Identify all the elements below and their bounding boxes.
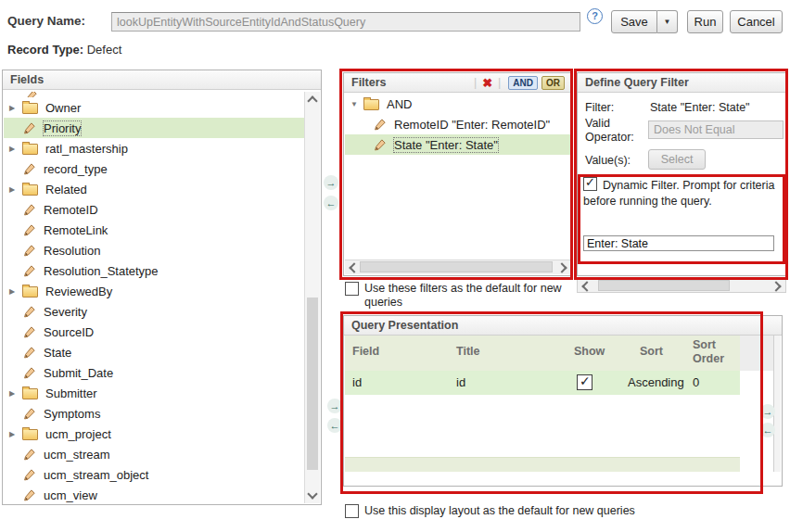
collapse-icon[interactable]: ▼: [350, 100, 363, 108]
query-name-input[interactable]: [111, 12, 580, 32]
add-display-field-arrow-icon[interactable]: →: [327, 399, 342, 413]
dynamic-filter-checkbox[interactable]: [583, 177, 597, 191]
scroll-right-icon[interactable]: [556, 262, 567, 272]
qp-show-checkbox[interactable]: [577, 374, 592, 390]
scroll-down-icon[interactable]: [307, 488, 317, 499]
qp-default-checkbox[interactable]: [345, 504, 359, 518]
expand-icon[interactable]: ▶: [9, 430, 22, 438]
or-button[interactable]: OR: [542, 76, 565, 90]
fields-item-RemoteID[interactable]: RemoteID: [4, 199, 305, 220]
fields-item-ucm_stream_object[interactable]: ucm_stream_object: [4, 464, 305, 485]
scrollbar-thumb[interactable]: [360, 261, 553, 272]
fields-item-Owner[interactable]: ▶Owner: [4, 97, 305, 118]
qp-right-arrow-icon[interactable]: →: [760, 404, 775, 419]
field-label: Symptoms: [44, 407, 100, 421]
fields-item-Resolution[interactable]: Resolution: [4, 240, 305, 260]
fields-item-Symptoms[interactable]: Symptoms: [4, 403, 305, 424]
run-button[interactable]: Run: [687, 10, 723, 33]
filters-horizontal-scrollbar[interactable]: [345, 260, 571, 274]
query-editor-window: Query Name: ? Save ▼ Run Cancel Record T…: [0, 0, 790, 532]
field-label: Owner: [45, 101, 81, 115]
filters-tree-children: RemoteID "Enter: RemoteID"State "Enter: …: [345, 114, 571, 155]
fields-item-SourceID[interactable]: SourceID: [4, 322, 305, 342]
filters-panel-header: Filters | ✖ | AND OR: [344, 73, 572, 93]
field-label: SourceID: [44, 325, 94, 339]
save-button[interactable]: Save: [611, 10, 657, 33]
expand-icon[interactable]: ▶: [9, 287, 22, 296]
field-label: Severity: [44, 305, 87, 319]
field-label: State: [44, 346, 71, 360]
expand-icon[interactable]: ▶: [9, 389, 22, 398]
fields-item-Related[interactable]: ▶Related: [4, 179, 305, 199]
separator: |: [498, 76, 501, 89]
fields-item-ucm_project[interactable]: ▶ucm_project: [4, 424, 305, 444]
valid-operator-label: Valid Operator:: [585, 117, 643, 145]
scrollbar-thumb[interactable]: [307, 298, 318, 470]
valid-operator-field[interactable]: [648, 120, 784, 139]
pencil-icon: [373, 138, 387, 152]
qp-side-track[interactable]: [773, 336, 781, 472]
folder-icon: [22, 429, 38, 440]
remove-filter-arrow-icon[interactable]: ←: [324, 196, 338, 210]
pencil-icon: [22, 223, 36, 237]
fields-item-RemoteLink[interactable]: RemoteLink: [4, 220, 305, 240]
filter-label: Filter:: [585, 101, 614, 114]
field-label: ucm_project: [45, 427, 111, 441]
fields-item-ucm_stream[interactable]: ucm_stream: [4, 444, 305, 464]
qp-table-row[interactable]: ididAscending0: [345, 371, 740, 395]
field-label: Resolution_Statetype: [44, 264, 159, 278]
scroll-right-icon[interactable]: [771, 281, 781, 291]
delete-filter-icon[interactable]: ✖: [482, 76, 492, 90]
fields-item-Submit_Date[interactable]: Submit_Date: [4, 362, 305, 383]
scroll-left-icon[interactable]: [349, 262, 359, 272]
qp-cell-sort-order: 0: [693, 375, 699, 389]
define-horizontal-scrollbar[interactable]: [577, 278, 786, 293]
fields-list: ▶OwnerPriority▶ratl_mastershiprecord_typ…: [4, 92, 305, 503]
qp-panel-header: Query Presentation: [344, 316, 782, 336]
scrollbar-thumb[interactable]: [598, 280, 730, 291]
field-label: RemoteLink: [44, 223, 108, 237]
fields-item-ucm_view[interactable]: ucm_view: [4, 485, 305, 503]
fields-item-Submitter[interactable]: ▶Submitter: [4, 383, 305, 403]
qp-cell-sort[interactable]: Ascending: [628, 375, 684, 389]
filter-label: RemoteID "Enter: RemoteID": [394, 118, 550, 132]
fields-vertical-scrollbar[interactable]: [304, 92, 320, 503]
field-label: ratl_mastership: [45, 142, 128, 156]
filters-default-checkbox[interactable]: [345, 282, 359, 296]
pencil-icon: [22, 244, 36, 258]
qp-col-show: Show: [574, 345, 605, 358]
field-label: Resolution: [44, 244, 100, 258]
field-label: Submitter: [45, 386, 97, 400]
scroll-left-icon[interactable]: [581, 281, 592, 291]
remove-display-field-arrow-icon[interactable]: ←: [327, 418, 342, 433]
filter-item[interactable]: RemoteID "Enter: RemoteID": [345, 114, 571, 134]
pencil-icon: [22, 203, 36, 217]
dynamic-filter-option: Dynamic Filter. Prompt for criteria befo…: [583, 177, 776, 209]
help-icon[interactable]: ?: [587, 8, 603, 24]
fields-item-ratl_mastership[interactable]: ▶ratl_mastership: [4, 138, 305, 158]
fields-item-Severity[interactable]: Severity: [4, 301, 305, 322]
define-query-filter-panel: Define Query Filter Filter: State "Enter…: [577, 72, 786, 276]
save-dropdown-icon[interactable]: ▼: [657, 10, 678, 33]
dynamic-prompt-input[interactable]: [583, 235, 774, 251]
and-button[interactable]: AND: [508, 76, 538, 90]
scroll-up-icon[interactable]: [307, 95, 317, 106]
fields-item-ReviewedBy[interactable]: ▶ReviewedBy: [4, 281, 305, 301]
filters-root-and[interactable]: ▼ AND: [345, 94, 571, 114]
fields-item-State[interactable]: State: [4, 342, 305, 362]
expand-icon[interactable]: ▶: [9, 104, 22, 112]
select-values-button[interactable]: Select: [648, 149, 706, 170]
cancel-button[interactable]: Cancel: [730, 10, 783, 33]
fields-item-Resolution_Statetype[interactable]: Resolution_Statetype: [4, 260, 305, 281]
field-label: ReviewedBy: [45, 285, 112, 298]
filter-item[interactable]: State "Enter: State": [345, 134, 571, 155]
qp-panel-title: Query Presentation: [351, 319, 458, 332]
expand-icon[interactable]: ▶: [9, 185, 22, 194]
qp-left-arrow-icon[interactable]: ←: [760, 423, 775, 437]
fields-item-Priority[interactable]: Priority: [4, 118, 305, 138]
pencil-icon: [22, 448, 36, 462]
add-filter-arrow-icon[interactable]: →: [324, 175, 338, 190]
fields-item-record_type[interactable]: record_type: [4, 158, 305, 179]
pencil-icon: [22, 305, 36, 319]
expand-icon[interactable]: ▶: [9, 145, 22, 153]
